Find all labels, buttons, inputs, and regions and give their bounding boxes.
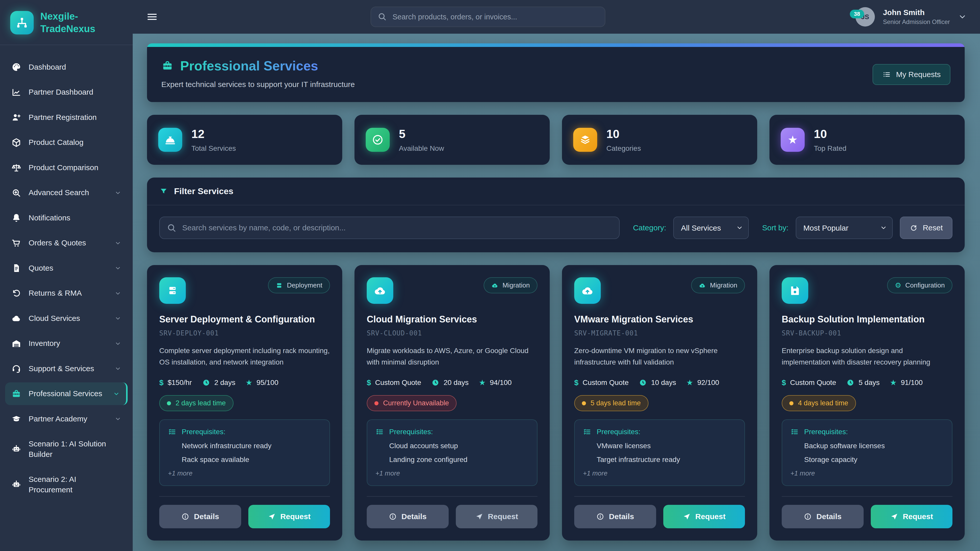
chevron-down-icon [115, 189, 121, 197]
service-search-input[interactable] [159, 217, 620, 239]
prerequisites-box: Prerequisites: Network infrastructure re… [159, 419, 330, 486]
sidebar-item-scenario-1[interactable]: Scenario 1: AI Solution Builder [5, 433, 127, 465]
availability-chip: Currently Unavailable [367, 395, 457, 411]
service-description: Migrate workloads to AWS, Azure, or Goog… [367, 345, 538, 370]
brand-header: Nexgile-TradeNexus [0, 0, 133, 45]
request-button[interactable]: Request [871, 505, 953, 528]
service-title: Server Deployment & Configuration [159, 314, 330, 325]
user-info[interactable]: John Smith Senior Admission Officer [883, 8, 950, 25]
headset-icon [11, 364, 21, 374]
user-plus-icon [11, 112, 21, 122]
sort-select-wrap: Most Popular [796, 217, 893, 239]
service-description: Complete server deployment including rac… [159, 345, 330, 370]
my-requests-button[interactable]: My Requests [873, 64, 950, 85]
sitemap-icon [15, 16, 29, 29]
service-code: SRV-MIGRATE-001 [574, 329, 745, 337]
sidebar-item-inventory[interactable]: Inventory [5, 332, 127, 355]
details-button[interactable]: Details [574, 505, 656, 528]
cart-icon [11, 238, 21, 248]
file-invoice-icon [11, 263, 21, 273]
sidebar-item-label: Partner Registration [29, 112, 121, 123]
page-title: Professional Services [180, 58, 318, 73]
sort-select[interactable]: Most Popular [796, 217, 893, 239]
availability-chip: 2 days lead time [159, 395, 234, 411]
notifications-button[interactable]: 38 [844, 15, 847, 19]
sidebar-item-cloud-services[interactable]: Cloud Services [5, 307, 127, 330]
sidebar-item-label: Returns & RMA [29, 288, 107, 299]
sidebar-item-quotes[interactable]: Quotes [5, 257, 127, 279]
funnel-icon [159, 187, 168, 196]
sidebar-item-dashboard[interactable]: Dashboard [5, 56, 127, 79]
dollar-icon: $ [159, 378, 164, 387]
server-icon [159, 277, 186, 304]
dollar-icon: $ [367, 378, 371, 387]
global-search [371, 6, 605, 27]
sidebar-item-professional-services[interactable]: Professional Services [5, 383, 127, 405]
chevron-down-icon [113, 390, 120, 397]
sidebar-item-scenario-2[interactable]: Scenario 2: AI Procurement [5, 468, 127, 501]
top-bar: 38 JS John Smith Senior Admission Office… [133, 0, 980, 34]
services-grid: Deployment Server Deployment & Configura… [147, 265, 965, 540]
request-button-disabled[interactable]: Request [456, 505, 538, 528]
category-badge: Migration [691, 277, 745, 293]
global-search-input[interactable] [371, 6, 605, 27]
chevron-down-icon [115, 415, 121, 422]
sidebar-item-label: Partner Dashboard [29, 87, 121, 97]
gear-icon: ⚙ [895, 282, 901, 289]
category-select[interactable]: All Services [673, 217, 749, 239]
sidebar-item-returns-rma[interactable]: Returns & RMA [5, 282, 127, 305]
sidebar-item-partner-dashboard[interactable]: Partner Dashboard [5, 81, 127, 103]
prerequisites-title: Prerequisites: [597, 428, 640, 436]
hamburger-menu-icon[interactable] [146, 11, 158, 23]
request-button[interactable]: Request [248, 505, 330, 528]
stat-card-top-rated: ★ 10 Top Rated [770, 115, 965, 165]
palette-icon [11, 62, 21, 72]
stat-value: 5 [399, 127, 444, 141]
chevron-down-icon[interactable] [958, 13, 967, 21]
star-icon: ★ [245, 379, 252, 386]
checklist-icon [583, 427, 592, 436]
prerequisite-item: Landing zone configured [375, 456, 529, 464]
page-banner: Professional Services Expert technical s… [147, 43, 965, 102]
sidebar-item-orders-quotes[interactable]: Orders & Quotes [5, 232, 127, 254]
clock-icon [639, 379, 647, 387]
chevron-down-icon [115, 315, 121, 322]
dollar-icon: $ [574, 378, 579, 387]
reset-button[interactable]: Reset [900, 217, 953, 239]
service-description: Enterprise backup solution design and im… [782, 345, 953, 370]
service-price: Custom Quote [790, 379, 836, 387]
notification-count-badge: 38 [850, 10, 864, 18]
sidebar-item-advanced-search[interactable]: Advanced Search [5, 181, 127, 204]
sidebar-item-product-catalog[interactable]: Product Catalog [5, 131, 127, 154]
user-name: John Smith [883, 8, 950, 17]
chevron-down-icon [115, 340, 121, 347]
stat-value: 10 [606, 127, 641, 141]
service-duration: 5 days [859, 379, 880, 387]
warehouse-icon [11, 338, 21, 349]
prerequisites-title: Prerequisites: [804, 428, 848, 436]
paper-plane-icon [890, 513, 898, 521]
request-button[interactable]: Request [663, 505, 745, 528]
details-button[interactable]: Details [159, 505, 241, 528]
prerequisites-more: +1 more [375, 469, 529, 477]
sidebar-item-notifications[interactable]: Notifications [5, 206, 127, 229]
status-dot [789, 401, 794, 405]
topbar-right: 38 JS John Smith Senior Admission Office… [844, 7, 967, 27]
divider [367, 496, 538, 497]
category-badge-label: Migration [710, 281, 737, 289]
toolbox-icon [11, 389, 21, 399]
category-badge: Deployment [268, 277, 330, 293]
service-price: $150/hr [168, 379, 192, 387]
user-role: Senior Admission Officer [883, 18, 950, 25]
sidebar-item-product-comparison[interactable]: Product Comparison [5, 156, 127, 179]
sidebar-item-partner-academy[interactable]: Partner Academy [5, 408, 127, 430]
category-badge: Migration [484, 277, 538, 293]
sidebar-item-partner-registration[interactable]: Partner Registration [5, 106, 127, 129]
paper-plane-icon [682, 513, 691, 521]
service-rating: 91/100 [901, 379, 923, 387]
service-description: Zero-downtime VM migration to new vSpher… [574, 345, 745, 370]
sidebar-item-support-services[interactable]: Support & Services [5, 357, 127, 380]
details-button[interactable]: Details [367, 505, 449, 528]
details-button[interactable]: Details [782, 505, 864, 528]
service-card-cloud-migration: Migration Cloud Migration Services SRV-C… [355, 265, 550, 540]
